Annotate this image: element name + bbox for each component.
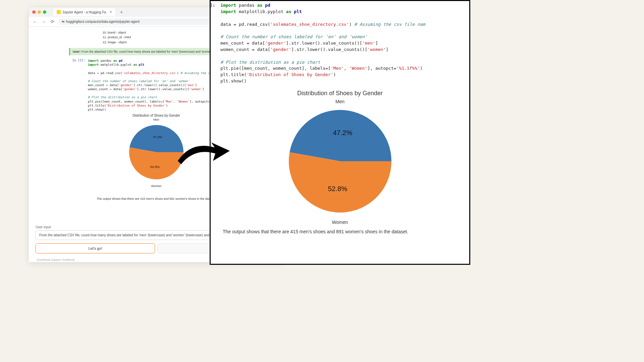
download-notebook-link[interactable]: Download Jupyter Notebook <box>37 258 75 261</box>
new-tab-icon[interactable]: + <box>120 9 123 15</box>
window-maximize-button[interactable] <box>43 10 46 14</box>
user-prompt-text: From the attached CSV file, count how ma… <box>82 50 228 53</box>
svg-text:47.2%: 47.2% <box>153 135 162 139</box>
zoom-panel: 2]: import pandas as pd import matplotli… <box>210 0 470 265</box>
svg-text:47.2%: 47.2% <box>333 129 352 136</box>
zoom-pie-chart: 47.2%52.8% <box>283 104 397 218</box>
zoom-label-men: Men <box>211 99 469 104</box>
zoom-chart-title: Distribution of Shoes by Gender <box>211 90 469 97</box>
browser-tab[interactable]: Jupyter Agent - a Hugging Fa × <box>53 8 115 16</box>
tab-title: Jupyter Agent - a Hugging Fa <box>62 10 106 14</box>
url-text: huggingface.co/spaces/data-agents/jupyte… <box>66 20 140 23</box>
go-button[interactable]: Let's go! <box>36 243 155 253</box>
go-button-label: Let's go! <box>88 246 102 250</box>
zoom-code: 2]: import pandas as pd import matplotli… <box>210 1 469 88</box>
window-close-button[interactable] <box>32 10 36 14</box>
svg-text:52.8%: 52.8% <box>328 185 347 192</box>
user-label: User: <box>73 50 80 53</box>
window-minimize-button[interactable] <box>38 10 41 14</box>
tab-favicon-icon <box>57 10 61 14</box>
cell-prompt: In [2]: <box>69 59 85 112</box>
zoom-output-text: The output shows that there are 415 men'… <box>211 225 469 238</box>
reload-icon[interactable]: ⟳ <box>50 19 55 24</box>
forward-icon[interactable]: → <box>41 19 46 24</box>
site-info-icon[interactable]: ⇆ <box>62 20 64 23</box>
arrow-icon <box>174 134 235 171</box>
back-icon[interactable]: ← <box>32 19 38 24</box>
svg-text:52.8%: 52.8% <box>150 165 160 169</box>
tab-close-icon[interactable]: × <box>110 10 112 14</box>
download-text: Download Jupyter Notebook <box>37 258 75 261</box>
zoom-label-women: Women <box>211 220 469 225</box>
